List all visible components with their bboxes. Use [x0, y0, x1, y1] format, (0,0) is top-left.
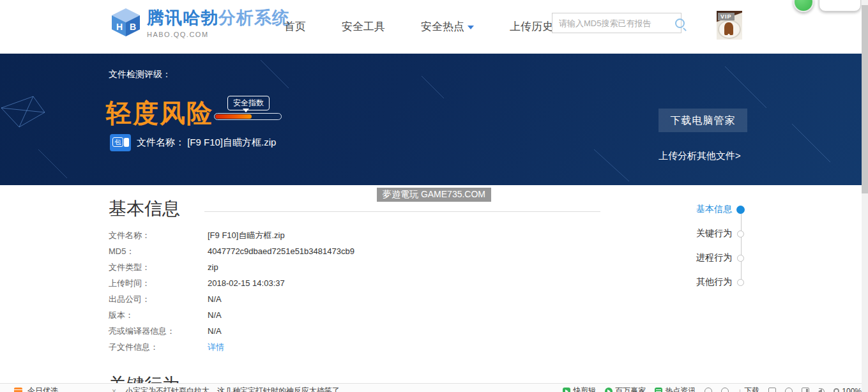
brand-domain: HABO.QQ.COM: [147, 31, 290, 38]
row-label: 壳或编译器信息：: [109, 326, 208, 337]
nav-item-home[interactable]: 首页: [284, 19, 306, 34]
md5-search-box: [552, 13, 681, 33]
site-logo[interactable]: H B 腾讯哈勃分析系统 HABO.QQ.COM: [110, 7, 290, 38]
row-label: 子文件信息：: [109, 342, 208, 353]
table-row: 上传时间： 2018-02-15 14:03:37: [109, 275, 354, 291]
svg-text:H: H: [116, 22, 123, 32]
table-row: MD5： 4047772c9dbaed7251e51b3481473cb9: [109, 243, 354, 259]
chevron-down-icon: [468, 26, 474, 29]
tooltip-arrow-icon: [243, 109, 249, 112]
zip-package-icon-doc: [124, 138, 129, 147]
row-value: N/A: [208, 310, 222, 320]
subfile-details-link[interactable]: 详情: [208, 342, 224, 353]
news-ticker-link[interactable]: 小宝宝为不打针耍白拉大，这几种宝宝打针时的神反应太搞笑了: [125, 386, 340, 392]
avatar-latte-art: [724, 22, 733, 34]
safety-index-gauge-fill: [215, 114, 252, 119]
close-icon[interactable]: ×: [112, 387, 116, 392]
basic-info-table: 文件名称： [F9 F10]自瞄方框.zip MD5： 4047772c9dba…: [109, 227, 354, 355]
download-manager-button[interactable]: ↓ 下载: [738, 386, 759, 392]
detection-banner: 文件检测评级： 轻度风险 安全指数 包 文件名称： [F9 F10]自瞄方框.z…: [0, 54, 868, 185]
row-label: 版本：: [109, 310, 208, 321]
row-value: 2018-02-15 14:03:37: [208, 278, 285, 288]
detection-rating-value: 轻度风险: [106, 96, 213, 131]
row-value: zip: [208, 262, 218, 272]
banner-file-name: 文件名称： [F9 F10]自瞄方框.zip: [137, 137, 276, 149]
zip-package-icon: 包: [110, 134, 131, 151]
watermark: 夢遊電玩 GAME735.COM: [377, 188, 491, 202]
step-dot-icon: [737, 255, 744, 262]
nav-item-upload-history[interactable]: 上传历史: [510, 19, 553, 34]
main-content: 夢遊電玩 GAME735.COM 基本信息 文件名称： [F9 F10]自瞄方框…: [0, 185, 868, 392]
scrollbar-track[interactable]: [862, 0, 868, 392]
browser-bottom-bar: 今日优选 × 小宝宝为不打针耍白拉大，这几种宝宝打针时的神反应太搞笑了 快剪辑 …: [0, 383, 868, 392]
step-label: 基本信息: [664, 204, 732, 215]
play-circle-icon: [605, 388, 613, 392]
game-label: 百万赢家: [615, 386, 646, 392]
download-label: 下载: [744, 386, 759, 392]
million-winner-tool[interactable]: 百万赢家: [605, 386, 646, 392]
step-label: 其他行为: [664, 276, 732, 288]
accelerator-icon[interactable]: [704, 388, 712, 392]
clip-icon: [563, 388, 570, 392]
nav-item-hotspots-label: 安全热点: [421, 20, 464, 33]
table-row: 文件名称： [F9 F10]自瞄方框.zip: [109, 227, 354, 243]
row-value: [F9 F10]自瞄方框.zip: [208, 230, 285, 241]
md5-search-input[interactable]: [552, 14, 675, 32]
zoom-level: 100%: [842, 387, 862, 392]
section-divider: [204, 211, 600, 212]
table-row: 版本： N/A: [109, 307, 354, 323]
magnifier-icon: [834, 388, 839, 392]
sidebar-toggle-icon[interactable]: [802, 388, 809, 392]
step-label: 进程行为: [664, 252, 732, 264]
skin-icon[interactable]: [785, 388, 793, 392]
download-pc-manager-button[interactable]: 下载电脑管家: [659, 109, 747, 132]
step-nav-connector: [741, 209, 742, 282]
row-label: 上传时间：: [109, 278, 208, 289]
safety-index-gauge: [214, 113, 282, 120]
hot-news-tool[interactable]: 热点资讯: [655, 386, 696, 392]
speaker-icon[interactable]: [818, 389, 822, 392]
row-value: N/A: [208, 294, 222, 304]
row-label: MD5：: [109, 246, 208, 257]
basic-info-title: 基本信息: [109, 197, 180, 221]
table-row: 子文件信息： 详情: [109, 339, 354, 355]
step-other-behavior[interactable]: 其他行为: [664, 277, 750, 287]
step-key-behavior[interactable]: 关键行为: [664, 229, 750, 239]
daily-picks-label[interactable]: 今日优选: [27, 386, 58, 392]
step-basic-info[interactable]: 基本信息: [664, 204, 750, 215]
browser-toolbar: 快剪辑 百万赢家 热点资讯 ↓ 下载: [563, 386, 862, 392]
user-avatar[interactable]: VIP: [717, 11, 742, 40]
step-process-behavior[interactable]: 进程行为: [664, 253, 750, 263]
zoom-control[interactable]: 100%: [834, 387, 862, 392]
svg-text:B: B: [130, 22, 136, 32]
screenshot-icon[interactable]: [768, 388, 776, 392]
vip-badge: VIP: [718, 13, 735, 20]
daily-picks-icon: [14, 388, 22, 392]
banner-file-row: 包 文件名称： [F9 F10]自瞄方框.zip: [110, 134, 276, 151]
main-nav: 首页 安全工具 安全热点 上传历史: [284, 19, 553, 34]
table-row: 文件类型： zip: [109, 259, 354, 275]
quick-clip-tool[interactable]: 快剪辑: [563, 386, 596, 392]
search-icon[interactable]: [675, 19, 685, 28]
nav-item-security-hotspots[interactable]: 安全热点: [421, 19, 474, 34]
brand-text: 腾讯哈勃分析系统 HABO.QQ.COM: [147, 7, 290, 38]
pen-tool-icon[interactable]: [721, 388, 729, 392]
nav-item-security-tools[interactable]: 安全工具: [342, 19, 385, 34]
habo-cube-icon: H B: [110, 7, 142, 38]
row-label: 文件类型：: [109, 262, 208, 273]
step-dot-filled-icon: [736, 206, 745, 214]
zip-package-icon-glyph: 包: [112, 137, 123, 147]
scrollbar-thumb[interactable]: [862, 5, 868, 193]
row-label: 出品公司：: [109, 294, 208, 305]
table-row: 出品公司： N/A: [109, 291, 354, 307]
step-dot-icon: [737, 230, 744, 237]
habo-analysis-page: H B 腾讯哈勃分析系统 HABO.QQ.COM 首页 安全工具 安全热点 上传…: [0, 0, 868, 392]
table-row: 壳或编译器信息： N/A: [109, 323, 354, 339]
row-value: 4047772c9dbaed7251e51b3481473cb9: [208, 246, 354, 256]
step-dot-icon: [737, 279, 744, 286]
upload-another-file-link[interactable]: 上传分析其他文件>: [659, 150, 741, 162]
clip-label: 快剪辑: [573, 386, 596, 392]
brand-title-secondary: 分析系统: [218, 8, 290, 27]
site-header: H B 腾讯哈勃分析系统 HABO.QQ.COM 首页 安全工具 安全热点 上传…: [0, 0, 868, 54]
floating-widget-panel[interactable]: [819, 0, 861, 11]
